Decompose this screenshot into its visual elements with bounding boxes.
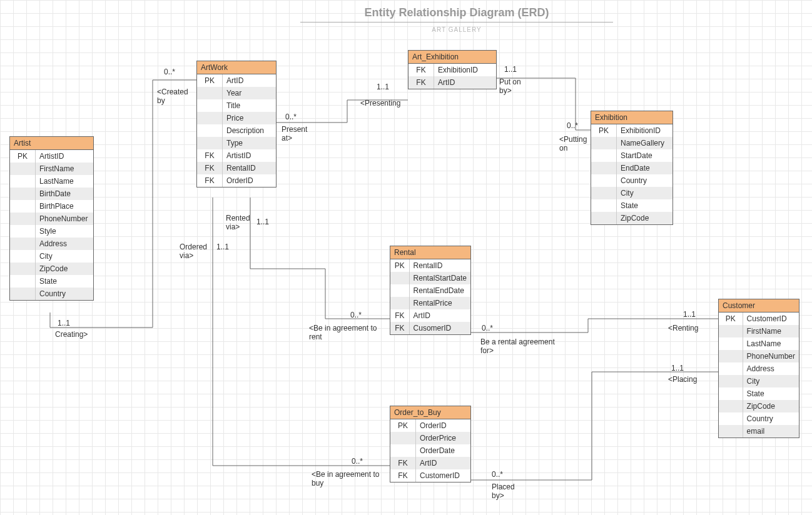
entity-attributes: FKExhibitionIDFKArtID [409,64,496,89]
table-row: Description [197,124,276,137]
attr-name: RentalPrice [409,297,470,309]
attr-key [390,284,409,297]
attr-key [10,200,36,212]
table-row: FKArtID [390,309,470,322]
attr-name: ArtID [434,76,497,89]
attr-key [197,124,223,137]
entity-art-exhibition[interactable]: Art_Exhibition FKExhibitionIDFKArtID [408,50,497,89]
attr-name: OrderDate [416,444,471,457]
attr-name: NameGallery [617,137,673,149]
table-row: PKRentalID [390,259,470,272]
table-row: Address [10,238,93,250]
table-row: FKRentalID [197,162,276,174]
entity-artist[interactable]: Artist PKArtistIDFirstNameLastNameBirthD… [9,136,94,301]
attr-name: ZipCode [743,400,799,412]
table-row: RentalEndDate [390,284,470,297]
attr-name: ExhibitionID [617,124,673,137]
attr-key [719,362,743,375]
attr-name: ArtistID [223,149,277,162]
entity-attributes: PKExhibitionIDNameGalleryStartDateEndDat… [591,124,672,224]
attr-name: ArtID [223,74,277,87]
attr-key: PK [390,419,416,432]
table-row: LastName [719,338,799,350]
attr-key [10,225,36,238]
table-row: State [10,275,93,288]
attr-name: OrderID [223,174,277,187]
attr-name: Description [223,124,277,137]
entity-order[interactable]: Order_to_Buy PKOrderIDOrderPriceOrderDat… [390,406,471,482]
table-row: PhoneNumber [719,350,799,362]
label-ordered-via: Ordered via> [180,242,207,261]
attr-key [390,444,416,457]
label-placed-by: Placed by> [492,482,515,501]
attr-key: PK [197,74,223,87]
label-renting: <Renting [668,324,698,332]
attr-key [591,187,617,199]
attr-name: ZipCode [36,262,94,275]
attr-key [591,212,617,224]
attr-name: RentalEndDate [409,284,470,297]
attr-name: BirthDate [36,188,94,200]
attr-name: StartDate [617,149,673,162]
attr-name: LastName [36,175,94,188]
entity-attributes: PKOrderIDOrderPriceOrderDateFKArtIDFKCus… [390,419,470,482]
table-row: ZipCode [10,262,93,275]
label-rented-via: Rented via> [226,214,250,232]
attr-name: City [743,375,799,388]
attr-name: Address [36,238,94,250]
entity-customer[interactable]: Customer PKCustomerIDFirstNameLastNamePh… [718,299,799,438]
attr-key: PK [390,259,409,272]
table-row: PhoneNumber [10,212,93,225]
attr-name: FirstName [36,162,94,175]
table-row: FKArtistID [197,149,276,162]
attr-name: EndDate [617,162,673,174]
entity-attributes: PKRentalIDRentalStartDateRentalEndDateRe… [390,259,470,334]
attr-name: Address [743,362,799,375]
attr-key [10,250,36,262]
label-rental-for: Be a rental agreement for> [480,338,555,356]
table-row: StartDate [591,149,672,162]
attr-key: FK [390,457,416,469]
table-row: Year [197,87,276,99]
entity-title: Order_to_Buy [390,406,470,419]
attr-key: FK [390,322,409,334]
attr-name: Title [223,99,277,112]
entity-attributes: PKArtistIDFirstNameLastNameBirthDateBirt… [10,150,93,300]
table-row: State [719,388,799,400]
label-presenting-card: 1..1 [377,82,389,91]
table-row: FKArtID [390,457,470,469]
table-row: NameGallery [591,137,672,149]
attr-name: City [36,250,94,262]
table-row: Country [719,412,799,425]
attr-key [197,99,223,112]
table-row: email [719,425,799,438]
entity-title: ArtWork [197,61,276,74]
label-created-by: <Created by [157,88,188,106]
attr-name: RentalStartDate [409,272,470,284]
table-row: City [719,375,799,388]
attr-name: ZipCode [617,212,673,224]
attr-key: PK [719,312,743,325]
entity-rental[interactable]: Rental PKRentalIDRentalStartDateRentalEn… [390,246,471,335]
attr-name: email [743,425,799,438]
table-row: City [10,250,93,262]
attr-name: Year [223,87,277,99]
attr-key [197,112,223,124]
table-row: Address [719,362,799,375]
attr-key [719,338,743,350]
label-agree-buy: <Be in agreement to buy [312,470,379,488]
attr-name: CustomerID [743,312,799,325]
attr-key [591,174,617,187]
attr-name: OrderID [416,419,471,432]
label-created-by-card: 0..* [164,68,175,76]
attr-key [719,388,743,400]
table-row: RentalStartDate [390,272,470,284]
attr-key [10,288,36,300]
attr-key: FK [197,149,223,162]
entity-exhibition[interactable]: Exhibition PKExhibitionIDNameGalleryStar… [591,111,673,225]
entity-attributes: PKCustomerIDFirstNameLastNamePhoneNumber… [719,312,799,438]
label-rented-via-card: 1..1 [256,218,269,226]
label-putting-on-card: 0..* [567,121,578,130]
entity-artwork[interactable]: ArtWork PKArtIDYearTitlePriceDescription… [196,61,277,188]
attr-name: Type [223,137,277,149]
